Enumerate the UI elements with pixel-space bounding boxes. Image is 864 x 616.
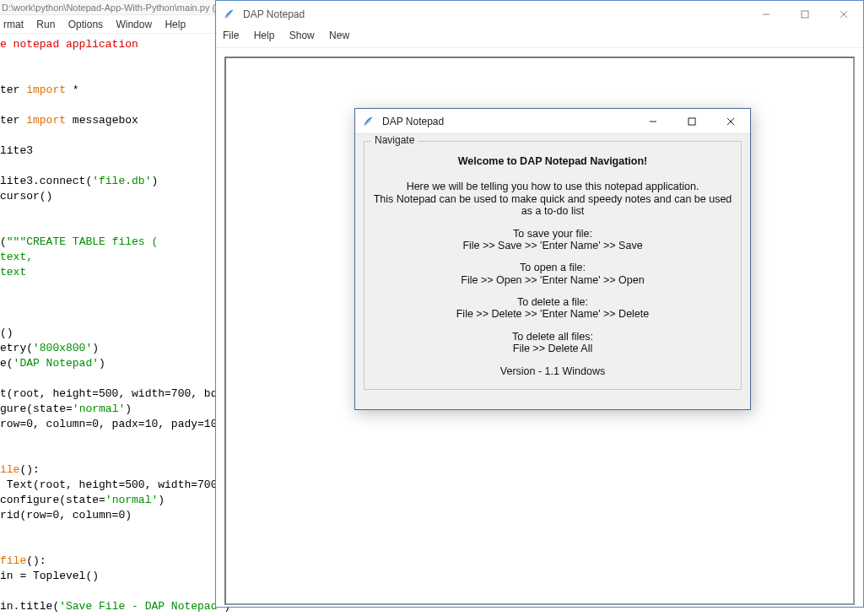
nav-deleteall-heading: To delete all files:	[373, 331, 732, 343]
dialog-window-controls	[634, 109, 750, 134]
nav-open-heading: To open a file:	[373, 262, 732, 273]
minimize-button[interactable]	[747, 1, 786, 28]
svg-rect-1	[802, 11, 808, 18]
idle-menu-format[interactable]: rmat	[3, 19, 24, 30]
nav-deleteall-line: File >> Delete All	[373, 343, 732, 354]
window-controls	[747, 1, 863, 28]
dap-menu-file[interactable]: File	[223, 30, 239, 41]
dialog-body: Navigate Welcome to DAP Notepad Navigati…	[355, 134, 750, 398]
idle-menu-run[interactable]: Run	[36, 19, 55, 30]
nav-intro-line1: Here we will be telling you how to use t…	[373, 181, 732, 192]
feather-icon	[223, 8, 236, 21]
dialog-maximize-button[interactable]	[672, 109, 711, 134]
nav-save-heading: To save your file:	[373, 228, 732, 240]
nav-delete-heading: To delete a file:	[373, 296, 732, 308]
feather-icon	[362, 115, 375, 128]
nav-intro-line2: This Notepad can be used to make quick a…	[373, 193, 732, 218]
dap-menu-help[interactable]: Help	[254, 30, 275, 41]
nav-heading: Welcome to DAP Notepad Navigation!	[373, 155, 732, 167]
dialog-close-button[interactable]	[711, 109, 750, 134]
nav-version: Version - 1.1 Windows	[373, 365, 732, 377]
navigate-content: Welcome to DAP Notepad Navigation! Here …	[373, 155, 732, 377]
svg-rect-5	[688, 118, 695, 125]
close-button[interactable]	[824, 1, 863, 28]
dap-menu-show[interactable]: Show	[289, 30, 315, 41]
dap-title-text: DAP Notepad	[243, 8, 747, 20]
navigate-labelframe: Navigate Welcome to DAP Notepad Navigati…	[364, 141, 742, 390]
idle-menu-help[interactable]: Help	[165, 19, 186, 30]
nav-save-line: File >> Save >> 'Enter Name' >> Save	[373, 240, 732, 251]
dialog-titlebar[interactable]: DAP Notepad	[355, 109, 750, 134]
dialog-minimize-button[interactable]	[634, 109, 672, 134]
dap-menubar: File Help Show New	[216, 28, 863, 48]
maximize-button[interactable]	[786, 1, 824, 28]
nav-open-line: File >> Open >> 'Enter Name' >> Open	[373, 274, 732, 286]
labelframe-label: Navigate	[371, 134, 418, 146]
idle-menu-options[interactable]: Options	[68, 19, 103, 30]
dap-titlebar[interactable]: DAP Notepad	[216, 1, 863, 28]
dap-menu-new[interactable]: New	[329, 30, 349, 41]
nav-delete-line: File >> Delete >> 'Enter Name' >> Delete	[373, 308, 732, 320]
dialog-title-text: DAP Notepad	[382, 116, 634, 127]
navigate-dialog-window: DAP Notepad Navigate Welcome to DAP Note…	[354, 108, 751, 410]
idle-menu-window[interactable]: Window	[116, 19, 152, 30]
